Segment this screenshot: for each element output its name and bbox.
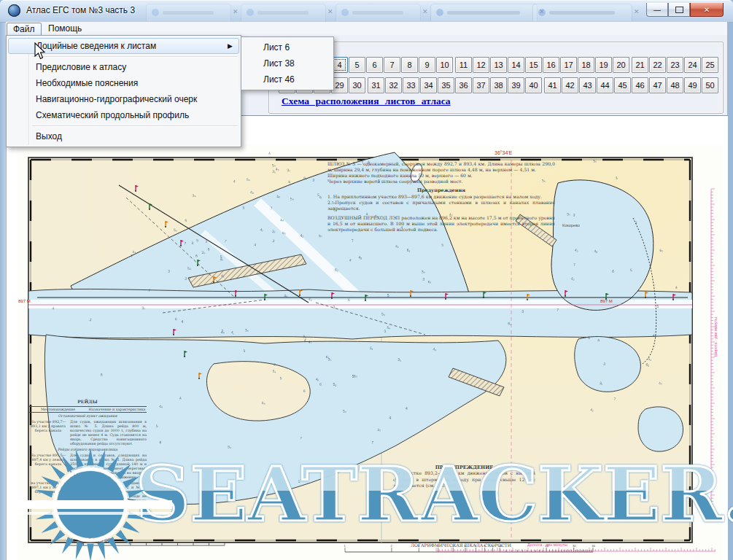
sheet-button-43[interactable]: 43: [579, 77, 596, 93]
sheet-button-13[interactable]: 13: [490, 57, 507, 73]
sheet-button-32[interactable]: 32: [385, 77, 402, 93]
sheet-button-30[interactable]: 30: [349, 77, 365, 93]
submenu-item-1[interactable]: Лист 38: [243, 55, 332, 71]
sheet-button-10[interactable]: 10: [436, 57, 453, 73]
sheet-button-11[interactable]: 11: [455, 57, 472, 73]
map-viewport[interactable]: 44₂53₅65₄4₈736₂44₂53₅65₄4₈736₂44₂53₅65₄4…: [6, 115, 728, 560]
sheet-button-22[interactable]: 22: [649, 57, 666, 73]
menu-bar: Файл Помощь: [6, 22, 727, 36]
svg-text:5₄: 5₄: [187, 265, 192, 271]
close-button[interactable]: ✕: [690, 3, 724, 17]
svg-text:3: 3: [521, 309, 524, 314]
km-label-right: 897 М: [600, 299, 613, 303]
svg-text:6₂: 6₂: [508, 321, 511, 325]
sheet-button-17[interactable]: 17: [560, 57, 577, 73]
sheet-button-35[interactable]: 35: [438, 77, 454, 93]
svg-text:4: 4: [181, 319, 183, 324]
sheet-button-40[interactable]: 40: [525, 77, 542, 93]
svg-text:6₂: 6₂: [407, 248, 411, 252]
file-menu-item-0[interactable]: Лоцийные сведения к листам▶: [8, 38, 239, 54]
sheet-button-19[interactable]: 19: [595, 57, 612, 73]
svg-text:5: 5: [280, 376, 282, 380]
svg-text:4₈: 4₈: [250, 190, 254, 194]
svg-text:5₄: 5₄: [272, 163, 276, 167]
sheet-button-24[interactable]: 24: [684, 57, 701, 73]
nautical-chart: 44₂53₅65₄4₈736₂44₂53₅65₄4₈736₂44₂53₅65₄4…: [17, 116, 728, 560]
ghost-tab: [146, 4, 231, 21]
submenu-item-2[interactable]: Лист 46: [243, 71, 332, 88]
sheet-button-47[interactable]: 47: [649, 77, 666, 93]
sheet-button-34[interactable]: 34: [420, 77, 437, 93]
svg-text:4₈: 4₈: [358, 255, 362, 260]
svg-text:3₅: 3₅: [141, 306, 145, 311]
svg-text:3₅: 3₅: [328, 357, 332, 361]
svg-text:6: 6: [185, 218, 187, 222]
file-menu-item-5[interactable]: Схематический продольный профиль: [8, 107, 239, 123]
submenu-arrow-icon: ▶: [228, 39, 233, 53]
file-menu-item-3[interactable]: Необходимые пояснения: [8, 75, 239, 91]
sheet-button-9[interactable]: 9: [419, 57, 435, 73]
sheet-button-20[interactable]: 20: [613, 57, 629, 73]
svg-text:6₂: 6₂: [646, 362, 650, 367]
sheet-button-44[interactable]: 44: [597, 77, 613, 93]
sheet-button-48[interactable]: 48: [667, 77, 683, 93]
sheet-button-50[interactable]: 50: [702, 77, 718, 93]
sheet-button-46[interactable]: 46: [632, 77, 648, 93]
svg-text:4₂: 4₂: [75, 453, 79, 457]
file-menu-item-2[interactable]: Предисловие к атласу: [8, 59, 239, 75]
sheet-button-38[interactable]: 38: [490, 77, 507, 93]
sheet-button-6[interactable]: 6: [366, 57, 383, 73]
sheet-button-33[interactable]: 33: [403, 77, 419, 93]
sheet-button-41[interactable]: 41: [544, 77, 561, 93]
svg-text:3₅: 3₅: [201, 250, 205, 254]
sheet-buttons-row-1: 1234567891011121314151617181920212223242…: [279, 57, 719, 73]
svg-text:3₅: 3₅: [272, 229, 276, 233]
svg-text:5₄: 5₄: [228, 444, 231, 448]
svg-text:5: 5: [352, 374, 354, 378]
sheet-button-42[interactable]: 42: [562, 77, 578, 93]
sheet-button-8[interactable]: 8: [401, 57, 418, 73]
svg-text:4: 4: [389, 416, 392, 420]
sheet-button-23[interactable]: 23: [667, 57, 683, 73]
svg-text:6₂: 6₂: [659, 248, 663, 252]
svg-text:5₄: 5₄: [343, 408, 346, 413]
file-menu-item-4[interactable]: Навигационно-гидрографический очерк: [8, 91, 239, 107]
sheet-button-7[interactable]: 7: [384, 57, 400, 73]
sheet-button-25[interactable]: 25: [702, 57, 718, 73]
sheet-button-16[interactable]: 16: [543, 57, 559, 73]
svg-text:4₈: 4₈: [653, 333, 656, 338]
sheet-button-15[interactable]: 15: [525, 57, 542, 73]
sheet-button-21[interactable]: 21: [632, 57, 648, 73]
file-menu-item-7[interactable]: Выход: [8, 128, 239, 144]
svg-text:4₂: 4₂: [374, 214, 379, 219]
sheet-button-36[interactable]: 36: [455, 77, 472, 93]
svg-text:4₈: 4₈: [262, 400, 265, 405]
application-window: Атлас ЕГС том №3 часть 3 ✕✕✕✕✕ — ✕ Файл …: [0, 0, 733, 560]
svg-text:3₅: 3₅: [567, 211, 570, 216]
sheet-button-5[interactable]: 5: [349, 57, 365, 73]
svg-text:4₂: 4₂: [300, 233, 303, 238]
ghost-tab: [336, 4, 421, 21]
minimize-button[interactable]: —: [646, 3, 668, 17]
title-bar[interactable]: Атлас ЕГС том №3 часть 3 ✕✕✕✕✕ — ✕: [0, 0, 733, 23]
svg-text:5: 5: [656, 304, 659, 308]
sheet-button-31[interactable]: 31: [368, 77, 384, 93]
svg-text:4₈: 4₈: [159, 404, 163, 409]
sheet-button-37[interactable]: 37: [473, 77, 489, 93]
submenu-item-0[interactable]: Лист 6: [243, 39, 332, 55]
svg-text:3₅: 3₅: [192, 193, 196, 198]
sheet-button-39[interactable]: 39: [508, 77, 524, 93]
menu-help[interactable]: Помощь: [42, 23, 88, 35]
sheet-button-49[interactable]: 49: [684, 77, 701, 93]
maximize-button[interactable]: [668, 3, 690, 17]
svg-text:7: 7: [185, 241, 187, 246]
atlas-layout-link[interactable]: Схема расположения листов атласа: [282, 96, 451, 107]
svg-text:5: 5: [378, 179, 380, 183]
sheet-button-14[interactable]: 14: [508, 57, 524, 73]
svg-text:3₅: 3₅: [397, 357, 401, 362]
sheet-button-18[interactable]: 18: [578, 57, 594, 73]
svg-text:3: 3: [422, 277, 424, 281]
sheet-button-45[interactable]: 45: [614, 77, 631, 93]
sheet-button-12[interactable]: 12: [473, 57, 489, 73]
svg-text:5₄: 5₄: [387, 325, 390, 330]
